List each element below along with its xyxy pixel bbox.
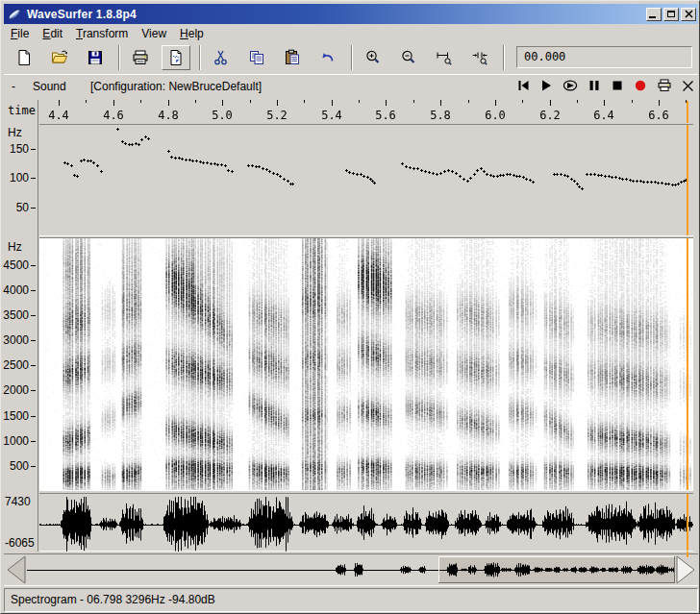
spectrogram-tick-label: 4500 [1,258,29,272]
pitch-tick-mark [31,178,36,179]
zoom-selection-icon [436,49,453,66]
undo-arrow-icon [319,49,337,66]
toolbar: 00.000 [4,42,698,72]
configuration-icon [167,49,185,66]
pane-title: Sound [33,80,66,93]
waveform-canvas[interactable] [39,493,693,552]
spectrogram-tick-label: 500 [1,459,29,473]
playback-cursor [687,125,688,235]
print-button[interactable] [126,45,155,70]
cut-button[interactable] [207,45,236,70]
spectrogram-tick-mark [31,315,36,316]
spectrogram-tick-mark [31,265,36,266]
waveform-max-label: 7430 [5,495,31,508]
zoom-in-button[interactable] [359,45,388,70]
playback-cursor [687,238,688,490]
status-text: Spectrogram - 06.798 3296Hz -94.80dB [11,593,215,606]
new-button[interactable] [10,45,38,70]
print-icon [132,49,149,66]
paste-clipboard-icon [284,49,301,66]
undo-button[interactable] [313,45,342,70]
pitch-tick-label: 100 [1,171,29,184]
zoom-fit-button[interactable] [465,45,494,70]
time-ruler[interactable] [39,100,693,123]
configuration-label: [Configuration: NewBruceDefault] [90,80,262,93]
spectrogram-tick-mark [31,365,36,366]
pitch-tick-label: 50 [1,201,29,214]
stop-icon [611,79,624,92]
zoom-in-icon [364,49,382,66]
spectrogram-canvas[interactable] [39,237,693,491]
spectrogram-tick-mark [31,441,36,442]
spectrogram-unit-label: Hz [8,240,22,254]
pane-print-button[interactable] [657,79,672,92]
save-button[interactable] [81,45,110,70]
wavesurfer-window: WaveSurfer 1.8.8p4 FileEditTransformView… [0,0,700,614]
spectrogram-tick-label: 4000 [1,283,29,297]
time-entry[interactable]: 00.000 [516,46,692,68]
copy-button[interactable] [242,45,271,70]
menu-item-file[interactable]: File [4,26,36,41]
close-button[interactable] [681,8,696,21]
skip-to-start-button[interactable] [516,79,530,92]
zoom-out-icon [400,49,417,66]
play-loop-icon [562,79,578,92]
menu-bar: FileEditTransformViewHelp [4,25,698,41]
play-loop-button[interactable] [562,79,578,92]
pane-close-icon [682,80,694,92]
menu-item-help[interactable]: Help [173,26,211,41]
pitch-plot-canvas[interactable] [39,124,693,236]
record-button[interactable] [634,79,647,92]
cut-scissors-icon [212,49,230,66]
new-file-icon [15,49,33,66]
stop-button[interactable] [611,79,624,92]
pitch-tick-mark [31,149,36,150]
zoom-fit-icon [471,49,488,66]
configuration-button[interactable] [162,45,190,70]
menu-item-edit[interactable]: Edit [36,26,69,41]
menu-item-view[interactable]: View [135,26,173,41]
pitch-tick-label: 150 [1,142,29,156]
pitch-unit-label: Hz [8,126,22,139]
zoom-selection-button[interactable] [430,45,459,70]
minimize-button[interactable] [646,8,662,21]
menu-item-transform[interactable]: Transform [69,26,135,41]
maximize-button[interactable] [663,8,679,21]
close-icon [685,10,693,18]
playback-cursor [687,101,688,123]
overview-scrollbar[interactable] [4,553,698,586]
play-button[interactable] [539,79,553,92]
minimize-icon [649,16,656,18]
pause-button[interactable] [588,79,601,92]
open-button[interactable] [45,45,74,70]
spectrogram-tick-label: 3500 [1,308,29,322]
paste-button[interactable] [278,45,307,70]
play-icon [539,79,553,92]
spectrogram-tick-mark [31,340,36,341]
zoom-out-button[interactable] [394,45,423,70]
printer-icon [657,79,672,92]
spectrogram-tick-label: 1000 [1,434,29,448]
record-icon [634,79,647,92]
spectrogram-tick-mark [31,390,36,391]
app-icon [7,7,22,22]
spectrogram-tick-label: 2000 [1,383,29,397]
playback-cursor [687,494,688,551]
toolbar-separator [199,45,201,70]
playback-cursor [687,552,688,557]
pane-collapse-button[interactable]: - [12,80,15,93]
toolbar-separator [503,45,505,70]
title-bar[interactable]: WaveSurfer 1.8.8p4 [4,4,698,24]
pitch-tick-mark [31,208,36,209]
time-axis-label: time [8,104,36,117]
pane-close-button[interactable] [682,80,694,92]
pause-icon [588,79,601,92]
axis-divider [38,100,38,552]
spectrogram-tick-mark [31,466,36,467]
status-bar: Spectrogram - 06.798 3296Hz -94.80dB [4,588,698,612]
spectrogram-tick-mark [31,290,36,291]
spectrogram-tick-label: 3000 [1,333,29,347]
copy-icon [248,49,265,66]
spectrogram-tick-label: 1500 [1,409,29,423]
spectrogram-tick-label: 2500 [1,358,29,372]
